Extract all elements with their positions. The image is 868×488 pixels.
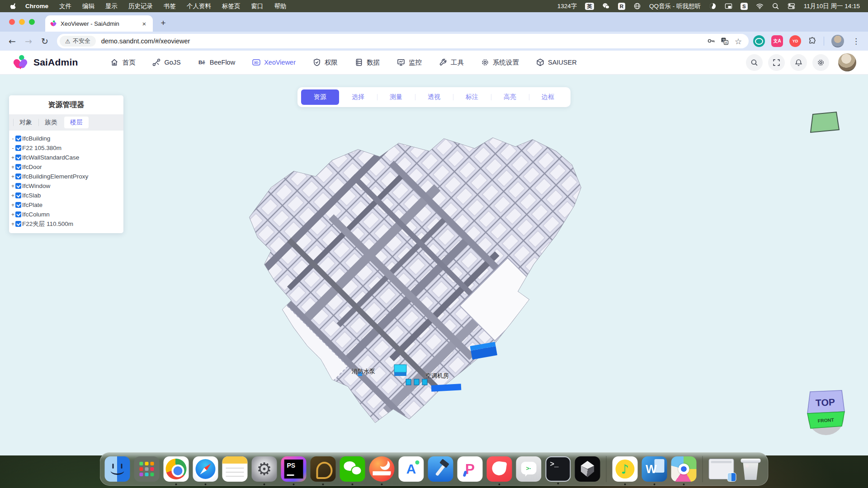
checkbox-checked-icon[interactable] (15, 192, 21, 198)
dock-android-studio[interactable]: A (399, 456, 424, 482)
dock-phpstorm[interactable]: PS (281, 456, 307, 482)
settings-gear-icon[interactable] (812, 54, 829, 71)
panel-tab-楼层[interactable]: 楼层 (64, 117, 89, 128)
dock-window-preview[interactable] (709, 459, 734, 479)
checkbox-checked-icon[interactable] (15, 164, 21, 170)
back-icon[interactable]: ← (5, 36, 19, 46)
status-screen-mirroring[interactable] (721, 2, 736, 10)
nav-BeeFlow[interactable]: BeeFlow (193, 56, 241, 69)
nav-cube[interactable]: TOP FRONT (804, 385, 849, 439)
notifications-bell-icon[interactable] (790, 54, 807, 71)
nav-工具[interactable]: 工具 (434, 56, 469, 70)
tree-toggle-icon[interactable]: + (11, 174, 15, 180)
viewer-tab-透视[interactable]: 透视 (415, 89, 453, 105)
status-r-app[interactable]: R (614, 3, 629, 10)
tree-item[interactable]: + IfcWallStandardCase (11, 153, 121, 162)
checkbox-checked-icon[interactable] (15, 174, 21, 179)
brand[interactable]: SaiAdmin (12, 54, 78, 71)
checkbox-checked-icon[interactable] (15, 145, 21, 151)
fullscreen-icon[interactable] (768, 54, 785, 71)
viewer-tab-边框[interactable]: 边框 (529, 89, 567, 105)
status-spotlight[interactable] (768, 2, 783, 10)
tree-toggle-icon[interactable]: + (11, 202, 15, 208)
menu-app-name[interactable]: Chrome (20, 3, 54, 9)
tree-item[interactable]: + IfcSlab (11, 191, 121, 200)
tree-toggle-icon[interactable]: + (11, 164, 15, 170)
nav-首页[interactable]: 首页 (105, 56, 141, 70)
tree-toggle-icon[interactable]: + (11, 211, 15, 218)
dock-finder[interactable] (105, 456, 130, 482)
menu-item[interactable]: 编辑 (77, 2, 100, 10)
dock-chrome[interactable] (164, 456, 189, 482)
window-close-button[interactable] (9, 19, 15, 25)
tree-item[interactable]: - IfcBuilding (11, 134, 121, 143)
menu-item[interactable]: 标签页 (217, 2, 246, 10)
security-chip[interactable]: ⚠ 不安全 (60, 36, 96, 47)
menu-item[interactable]: 书签 (158, 2, 181, 10)
search-icon[interactable] (746, 54, 763, 71)
menu-datetime[interactable]: 11月10日 周一 14:15 (799, 2, 862, 10)
status-word-count[interactable]: 1324字 (553, 2, 581, 10)
tree-toggle-icon[interactable]: + (11, 221, 15, 227)
checkbox-checked-icon[interactable] (15, 211, 21, 217)
dock-divider[interactable] (703, 456, 703, 482)
dock-navicat[interactable] (311, 456, 336, 482)
dock-launchpad[interactable] (134, 456, 160, 482)
status-wechat[interactable] (598, 2, 614, 10)
window-minimize-button[interactable] (19, 19, 25, 25)
tree-item[interactable]: + IfcWindow (11, 181, 121, 191)
menu-item[interactable]: 帮助 (269, 2, 292, 10)
menu-item[interactable]: 个人资料 (181, 2, 217, 10)
status-input-method[interactable]: 英 (581, 3, 598, 10)
user-avatar[interactable] (838, 53, 856, 71)
nav-系统设置[interactable]: 系统设置 (476, 56, 524, 70)
nav-SAIUSER[interactable]: SAIUSER (531, 56, 582, 69)
browser-profile-avatar[interactable] (831, 35, 844, 47)
dock-qq-music[interactable]: ♪ (613, 456, 638, 482)
dock-red-fox-app[interactable] (487, 456, 512, 482)
checkbox-checked-icon[interactable] (15, 183, 21, 189)
tab-close-icon[interactable]: × (140, 20, 148, 28)
dock-chat-app[interactable]: >· (516, 456, 542, 482)
nav-XeoViewer[interactable]: XeoViewer (247, 56, 301, 69)
dock-wave-app[interactable] (369, 456, 395, 482)
viewer-tab-标注[interactable]: 标注 (453, 89, 491, 105)
dock-cube-3d-app[interactable] (575, 456, 600, 482)
dock-maps[interactable] (671, 456, 697, 482)
dock-notes[interactable] (222, 456, 248, 482)
status-globe[interactable] (629, 2, 645, 10)
extension-translate-icon[interactable]: 文A (771, 35, 783, 47)
address-bar[interactable]: ⚠ 不安全 demo.sandnt.com/#/xeoviewer ☆ (57, 34, 749, 48)
translate-icon[interactable] (718, 35, 731, 47)
menu-item[interactable]: 窗口 (246, 2, 269, 10)
apple-menu-icon[interactable] (6, 2, 20, 10)
tree-toggle-icon[interactable]: + (11, 183, 15, 189)
tree-item[interactable]: + IfcPlate (11, 200, 121, 210)
panel-tab-族类[interactable]: 族类 (39, 117, 63, 128)
nav-监控[interactable]: 监控 (392, 56, 427, 70)
tree-toggle-icon[interactable]: + (11, 155, 15, 161)
checkbox-checked-icon[interactable] (15, 155, 21, 160)
nav-cube-top-label[interactable]: TOP (816, 397, 835, 408)
url-text[interactable]: demo.sandnt.com/#/xeoviewer (101, 38, 704, 45)
viewer-viewport[interactable]: 资源 选择 测量 透视 标注 高亮 (0, 75, 868, 455)
nav-GoJS[interactable]: GoJS (147, 56, 186, 69)
extensions-puzzle-icon[interactable] (806, 35, 819, 47)
checkbox-checked-icon[interactable] (15, 202, 21, 208)
status-browser-globe[interactable] (705, 2, 721, 10)
status-wifi[interactable] (752, 2, 768, 10)
dock-system-settings[interactable]: ⚙ (252, 456, 277, 482)
password-key-icon[interactable] (704, 35, 718, 47)
viewer-canvas[interactable] (240, 133, 597, 427)
window-zoom-button[interactable] (29, 19, 35, 25)
status-control-center[interactable] (783, 2, 799, 10)
dock-xcode[interactable] (428, 456, 453, 482)
tree-item[interactable]: + IfcDoor (11, 162, 121, 172)
viewer-tab-资源[interactable]: 资源 (301, 89, 339, 105)
dock-word[interactable]: W (642, 456, 667, 482)
reload-icon[interactable]: ↻ (38, 36, 52, 46)
tree-item[interactable]: + F22夹层 110.500m (11, 219, 121, 229)
tree-item[interactable]: + IfcBuildingElementProxy (11, 172, 121, 181)
menu-item[interactable]: 历史记录 (123, 2, 158, 10)
dock-divider[interactable] (606, 456, 607, 482)
